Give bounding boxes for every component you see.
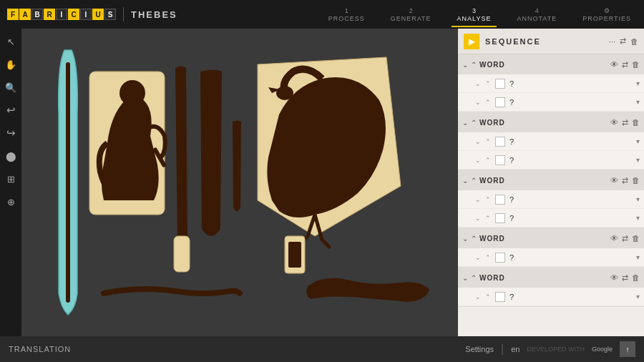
item-chevron-3-2[interactable]: ⌄ — [475, 215, 481, 222]
item-chevron-2-1[interactable]: ⌄ — [475, 138, 481, 145]
word-eye-icon-2[interactable]: 👁 — [610, 118, 618, 127]
item-chevron2-1-1[interactable]: ⌃ — [485, 80, 491, 87]
item-label-1-2: ? — [509, 98, 632, 107]
item-chevron2-3-1[interactable]: ⌃ — [485, 196, 491, 203]
word-chevron-down-2[interactable]: ⌄ — [462, 119, 468, 127]
word-expand-4[interactable]: ⌃ — [471, 235, 477, 243]
canvas-area[interactable] — [21, 29, 458, 336]
item-checkbox-1-2[interactable] — [495, 97, 505, 107]
word-label-4: WORD — [479, 235, 608, 243]
tool-undo[interactable]: ↩ — [4, 103, 18, 117]
item-chevron2-1-2[interactable]: ⌃ — [485, 99, 491, 106]
tool-zoom-in[interactable]: 🔍 — [4, 80, 18, 94]
step-num-4: 4 — [535, 7, 539, 14]
item-chevron2-2-1[interactable]: ⌃ — [485, 138, 491, 145]
item-chevron2-5-1[interactable]: ⌃ — [485, 293, 491, 300]
tool-hand[interactable]: ✋ — [4, 57, 18, 72]
word-link-icon-4[interactable]: ⇄ — [622, 234, 628, 243]
word-expand-3[interactable]: ⌃ — [471, 177, 477, 185]
nav-step-analyse[interactable]: 3 ANALYSE — [452, 6, 497, 24]
item-checkbox-2-1[interactable] — [495, 137, 505, 147]
logo: F A B R I C I U S — [7, 9, 116, 20]
item-chevron2-3-2[interactable]: ⌃ — [485, 215, 491, 222]
item-expand-1-1[interactable]: ▾ — [636, 79, 640, 87]
nav-step-process[interactable]: 1 PROCESS — [323, 6, 371, 24]
item-expand-2-2[interactable]: ▾ — [636, 156, 640, 164]
word-trash-icon-1[interactable]: 🗑 — [632, 60, 640, 69]
panel-scroll-area[interactable]: ⌄ ⌃ WORD 👁 ⇄ 🗑 ⌄ ⌃ ? ▾ — [458, 54, 644, 336]
item-chevron-2-2[interactable]: ⌄ — [475, 157, 481, 164]
item-expand-2-1[interactable]: ▾ — [636, 137, 640, 145]
item-expand-1-2[interactable]: ▾ — [636, 98, 640, 106]
item-checkbox-2-2[interactable] — [495, 155, 505, 165]
item-chevron2-2-2[interactable]: ⌃ — [485, 157, 491, 164]
tool-redo[interactable]: ↪ — [4, 126, 18, 140]
word-trash-icon-2[interactable]: 🗑 — [632, 118, 640, 127]
item-chevron-1-1[interactable]: ⌄ — [475, 80, 481, 87]
item-checkbox-5-1[interactable] — [495, 292, 505, 302]
panel-delete-icon[interactable]: 🗑 — [630, 37, 638, 46]
word-chevron-down-4[interactable]: ⌄ — [462, 235, 468, 243]
tool-cursor[interactable]: ↖ — [4, 34, 18, 49]
item-checkbox-1-1[interactable] — [495, 79, 505, 89]
word-chevron-down-3[interactable]: ⌄ — [462, 177, 468, 185]
word-label-3: WORD — [479, 177, 608, 185]
word-trash-icon-5[interactable]: 🗑 — [632, 273, 640, 282]
language-selector[interactable]: en — [511, 345, 519, 353]
item-expand-4-1[interactable]: ▾ — [636, 253, 640, 261]
word-link-icon-5[interactable]: ⇄ — [622, 273, 628, 283]
item-checkbox-4-1[interactable] — [495, 253, 505, 263]
item-chevron-5-1[interactable]: ⌄ — [475, 293, 481, 300]
item-expand-3-2[interactable]: ▾ — [636, 214, 640, 222]
nav-step-generate[interactable]: 2 GENERATE — [385, 6, 437, 24]
word-expand-1[interactable]: ⌃ — [471, 61, 477, 69]
word-expand-5[interactable]: ⌃ — [471, 274, 477, 282]
logo-a: A — [19, 9, 31, 20]
item-expand-3-1[interactable]: ▾ — [636, 195, 640, 203]
bottom-bar: TRANSLATION Settings | en DEVELOPED WITH… — [0, 336, 644, 362]
word-item-2-1: ⌄ ⌃ ? ▾ — [458, 132, 644, 151]
word-group-2-header: ⌄ ⌃ WORD 👁 ⇄ 🗑 — [458, 112, 644, 132]
item-checkbox-3-1[interactable] — [495, 195, 505, 205]
item-expand-5-1[interactable]: ▾ — [636, 293, 640, 300]
word-eye-icon-5[interactable]: 👁 — [610, 273, 618, 282]
item-chevron2-4-1[interactable]: ⌃ — [485, 254, 491, 261]
settings-button[interactable]: Settings — [465, 345, 494, 353]
nav-step-properties[interactable]: ⚙ PROPERTIES — [577, 6, 637, 24]
glyph-cyan-reed — [59, 50, 78, 315]
nav-step-annotate[interactable]: 4 ANNOTATE — [511, 6, 562, 24]
word-trash-icon-4[interactable]: 🗑 — [632, 234, 640, 243]
scroll-up-button[interactable]: ↑ — [620, 341, 635, 357]
logo-s: S — [104, 9, 116, 20]
tool-draw[interactable]: ⬤ — [4, 149, 18, 163]
item-chevron-4-1[interactable]: ⌄ — [475, 254, 481, 261]
panel-actions: ··· ⇄ 🗑 — [609, 36, 638, 46]
panel-share-icon[interactable]: ⇄ — [620, 36, 626, 46]
word-eye-icon-4[interactable]: 👁 — [610, 234, 618, 243]
word-group-3-header: ⌄ ⌃ WORD 👁 ⇄ 🗑 — [458, 170, 644, 190]
word-group-1-header: ⌄ ⌃ WORD 👁 ⇄ 🗑 — [458, 54, 644, 74]
word-link-icon-1[interactable]: ⇄ — [622, 60, 628, 69]
tool-add[interactable]: ⊕ — [4, 195, 18, 209]
canvas-content — [21, 29, 458, 336]
word-link-icon-2[interactable]: ⇄ — [622, 118, 628, 127]
word-chevron-down-5[interactable]: ⌄ — [462, 274, 468, 282]
glyph-bottom-line — [104, 289, 240, 293]
word-expand-2[interactable]: ⌃ — [471, 119, 477, 127]
word-label-5: WORD — [479, 274, 608, 282]
item-chevron-3-1[interactable]: ⌄ — [475, 196, 481, 203]
word-eye-icon-3[interactable]: 👁 — [610, 176, 618, 185]
panel-more-button[interactable]: ··· — [609, 37, 615, 46]
word-header-icons-5: 👁 ⇄ 🗑 — [610, 273, 640, 283]
item-checkbox-3-2[interactable] — [495, 213, 505, 223]
tool-select[interactable]: ⊞ — [4, 172, 18, 186]
word-eye-icon-1[interactable]: 👁 — [610, 60, 618, 69]
item-label-5-1: ? — [509, 293, 632, 301]
bottom-right: Settings | en DEVELOPED WITH Google ↑ — [465, 341, 635, 357]
word-chevron-down-1[interactable]: ⌄ — [462, 61, 468, 69]
panel-collapse-button[interactable]: ▶ — [464, 34, 479, 49]
word-trash-icon-3[interactable]: 🗑 — [632, 176, 640, 185]
word-link-icon-3[interactable]: ⇄ — [622, 176, 628, 185]
logo-i1: I — [56, 9, 67, 20]
item-chevron-1-2[interactable]: ⌄ — [475, 99, 481, 106]
